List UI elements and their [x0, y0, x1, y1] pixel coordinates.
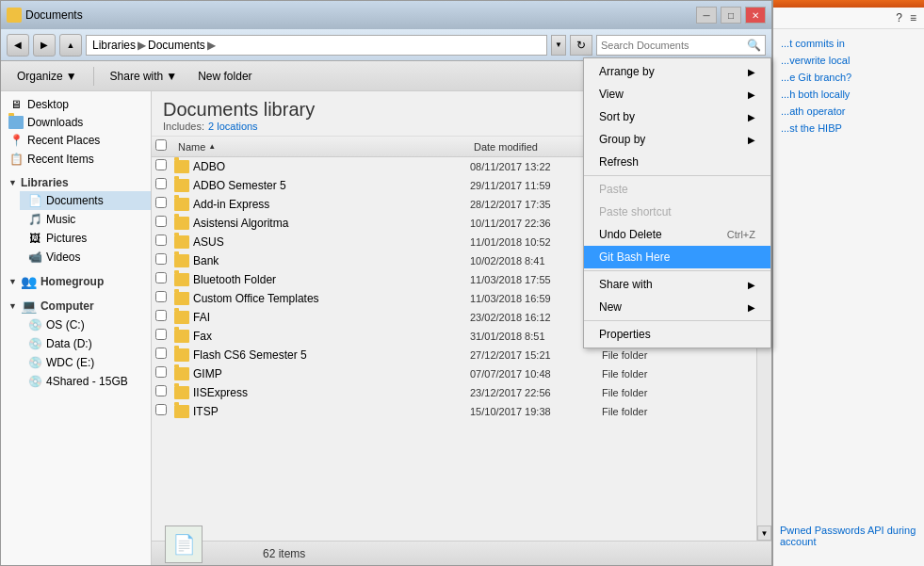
col-header-name[interactable]: Name ▲ [174, 137, 470, 156]
path-documents[interactable]: Documents [148, 39, 205, 52]
maximize-button[interactable]: □ [721, 7, 741, 24]
context-menu-item[interactable]: Refresh [584, 151, 770, 173]
right-panel-text-item[interactable]: ...ath operator [773, 103, 924, 120]
file-date: 11/01/2018 10:52 [470, 236, 602, 248]
context-menu-item[interactable]: Git Bash Here [584, 246, 770, 268]
sidebar-item-e[interactable]: 💿 WDC (E:) [20, 353, 151, 372]
locations-link[interactable]: 2 locations [208, 121, 258, 132]
row-check-input[interactable] [155, 253, 167, 265]
sidebar-computer-group[interactable]: ▼ 💻 Computer [1, 295, 151, 315]
row-check-input[interactable] [155, 385, 167, 396]
music-icon: 🎵 [27, 212, 42, 227]
path-sep-1: ▶ [138, 39, 146, 52]
sidebar-item-desktop[interactable]: 🖥 Desktop [1, 95, 151, 114]
sidebar-item-recent-places[interactable]: 📍 Recent Places [1, 131, 151, 150]
sidebar-item-4shared[interactable]: 💿 4Shared - 15GB [20, 372, 151, 391]
help-icon[interactable]: ? [896, 11, 902, 24]
sidebar-item-documents[interactable]: 📄 Documents [20, 191, 151, 210]
search-icon[interactable]: 🔍 [747, 39, 761, 52]
row-checkbox[interactable] [155, 329, 174, 343]
row-checkbox[interactable] [155, 197, 174, 211]
sidebar-item-c[interactable]: 💿 OS (C:) [20, 315, 151, 334]
row-check-input[interactable] [155, 329, 167, 340]
sidebar-computer-section: ▼ 💻 Computer 💿 OS (C:) 💿 Data (D:) 💿 [1, 295, 151, 391]
row-check-input[interactable] [155, 159, 167, 170]
path-libraries[interactable]: Libraries [92, 39, 136, 52]
sidebar-item-recent-items[interactable]: 📋 Recent Items [1, 150, 151, 169]
row-check-input[interactable] [155, 216, 167, 227]
folder-icon [174, 330, 189, 343]
row-checkbox[interactable] [155, 348, 174, 362]
right-panel-text-item[interactable]: ...verwrite local [773, 52, 924, 69]
folder-icon [174, 198, 189, 211]
cm-item-label: Group by [599, 133, 645, 146]
context-menu-item[interactable]: New▶ [584, 296, 770, 318]
table-row[interactable]: ITSP 15/10/2017 19:38 File folder [152, 402, 756, 421]
table-row[interactable]: Flash CS6 Semester 5 27/12/2017 15:21 Fi… [152, 346, 756, 364]
right-panel-text-item[interactable]: ...e Git branch? [773, 69, 924, 86]
folder-icon [174, 348, 189, 362]
col-header-date[interactable]: Date modified [470, 137, 602, 156]
address-path[interactable]: Libraries ▶ Documents ▶ [86, 35, 547, 56]
row-checkbox[interactable] [155, 310, 174, 324]
row-checkbox[interactable] [155, 291, 174, 305]
context-menu-item[interactable]: Properties [584, 323, 770, 346]
context-menu-item[interactable]: Share with▶ [584, 273, 770, 296]
row-checkbox[interactable] [155, 253, 174, 267]
close-button[interactable]: ✕ [745, 7, 766, 24]
select-all-checkbox[interactable] [155, 139, 167, 151]
row-check-input[interactable] [155, 310, 167, 321]
row-check-input[interactable] [155, 404, 167, 415]
row-checkbox[interactable] [155, 404, 174, 418]
sidebar-item-music[interactable]: 🎵 Music [20, 210, 151, 229]
row-checkbox[interactable] [155, 385, 174, 399]
up-button[interactable]: ▲ [59, 34, 82, 57]
sidebar-item-downloads[interactable]: Downloads [1, 114, 151, 131]
organize-button[interactable]: Organize ▼ [8, 65, 86, 88]
row-checkbox[interactable] [155, 234, 174, 249]
sidebar-item-pictures[interactable]: 🖼 Pictures [20, 229, 151, 248]
minimize-button[interactable]: ─ [696, 7, 717, 24]
right-panel-text-item[interactable]: ...st the HIBP [773, 120, 924, 137]
back-button[interactable]: ◀ [7, 34, 29, 57]
documents-icon: 📄 [27, 193, 42, 208]
context-menu-item[interactable]: Group by▶ [584, 128, 770, 151]
folder-icon [174, 160, 189, 173]
menu-icon[interactable]: ≡ [910, 11, 916, 24]
row-checkbox[interactable] [155, 272, 174, 286]
row-checkbox[interactable] [155, 178, 174, 192]
context-menu-item[interactable]: Sort by▶ [584, 105, 770, 128]
address-dropdown[interactable]: ▼ [551, 35, 566, 56]
context-menu-item[interactable]: Undo DeleteCtrl+Z [584, 223, 770, 246]
row-check-input[interactable] [155, 234, 167, 246]
row-check-input[interactable] [155, 348, 167, 359]
row-check-input[interactable] [155, 178, 167, 189]
row-check-input[interactable] [155, 366, 167, 378]
sidebar-item-videos[interactable]: 📹 Videos [20, 248, 151, 267]
search-input[interactable] [601, 40, 747, 51]
refresh-button[interactable]: ↻ [570, 35, 592, 56]
context-menu-item[interactable]: View▶ [584, 91, 770, 105]
folder-icon [174, 235, 189, 249]
right-panel-text-item[interactable]: ...t commits in [773, 35, 924, 52]
row-check-input[interactable] [155, 272, 167, 283]
table-row[interactable]: IISExpress 23/12/2017 22:56 File folder [152, 383, 756, 402]
select-all-check[interactable] [155, 139, 174, 154]
file-name: FAI [193, 311, 470, 324]
row-checkbox[interactable] [155, 216, 174, 230]
sidebar-homegroup-group[interactable]: ▼ 👥 Homegroup [1, 270, 151, 291]
scroll-down-button[interactable]: ▼ [757, 526, 771, 541]
table-row[interactable]: GIMP 07/07/2017 10:48 File folder [152, 364, 756, 383]
new-folder-button[interactable]: New folder [189, 65, 260, 88]
forward-button[interactable]: ▶ [33, 34, 56, 57]
right-panel-text-item[interactable]: ...h both locally [773, 86, 924, 103]
file-type: File folder [602, 406, 687, 417]
sidebar-item-d[interactable]: 💿 Data (D:) [20, 334, 151, 353]
row-checkbox[interactable] [155, 366, 174, 380]
row-checkbox[interactable] [155, 159, 174, 173]
row-check-input[interactable] [155, 197, 167, 208]
row-check-input[interactable] [155, 291, 167, 302]
share-with-arrow: ▼ [166, 70, 177, 83]
sidebar-libraries-group[interactable]: ▼ Libraries [1, 172, 151, 191]
share-with-button[interactable]: Share with ▼ [102, 65, 186, 88]
